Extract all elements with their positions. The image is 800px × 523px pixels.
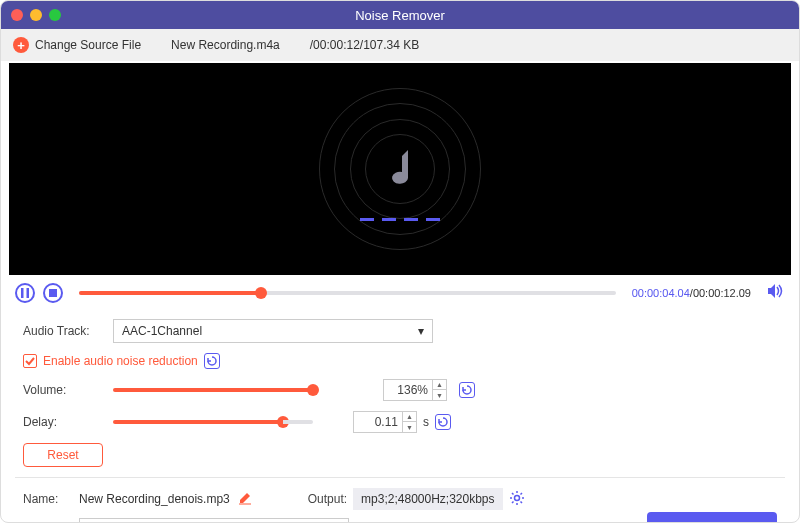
output-name-value: New Recording_denois.mp3 (79, 492, 230, 506)
gear-icon[interactable] (509, 490, 525, 509)
audio-track-value: AAC-1Channel (122, 325, 202, 337)
export-button[interactable]: Export (647, 512, 777, 523)
output-format-value: mp3;2;48000Hz;320kbps (353, 488, 502, 510)
name-label: Name: (23, 492, 79, 506)
plus-icon: + (13, 37, 29, 53)
source-info: /00:00:12/107.34 KB (310, 38, 419, 52)
window-maximize-button[interactable] (49, 9, 61, 21)
svg-point-4 (514, 495, 519, 500)
volume-up-icon[interactable]: ▲ (433, 380, 446, 390)
delay-restore-icon[interactable] (435, 414, 451, 430)
preview-area (9, 63, 791, 275)
source-bar: + Change Source File New Recording.m4a /… (1, 29, 799, 61)
music-note-icon (380, 144, 420, 194)
svg-rect-0 (21, 288, 24, 298)
audio-track-select[interactable]: AAC-1Channel ▾ (113, 319, 433, 343)
enable-noise-checkbox[interactable] (23, 354, 37, 368)
change-source-button[interactable]: + Change Source File (13, 37, 141, 53)
volume-slider[interactable] (113, 388, 313, 392)
enable-noise-label: Enable audio noise reduction (43, 355, 198, 367)
footer-panel: Name: New Recording_denois.mp3 Output: m… (1, 484, 799, 523)
current-time: 00:00:04.04 (632, 287, 690, 299)
delay-value: 0.11 (354, 416, 402, 428)
save-path-select[interactable]: /Users/██████/Movies/Noise Remover ▾ (79, 518, 349, 523)
delay-down-icon[interactable]: ▼ (403, 422, 416, 432)
delay-unit: s (423, 416, 429, 428)
window-title: Noise Remover (355, 8, 445, 23)
change-source-label: Change Source File (35, 38, 141, 52)
options-panel: Audio Track: AAC-1Channel ▾ Enable audio… (1, 311, 799, 467)
total-time: 00:00:12.09 (693, 287, 751, 299)
volume-value: 136% (384, 384, 432, 396)
titlebar: Noise Remover (1, 1, 799, 29)
window-close-button[interactable] (11, 9, 23, 21)
divider (15, 477, 785, 478)
svg-rect-3 (239, 503, 251, 504)
window-minimize-button[interactable] (30, 9, 42, 21)
delay-label: Delay: (23, 416, 113, 428)
seek-slider[interactable] (79, 291, 616, 295)
svg-rect-2 (49, 289, 57, 297)
audio-track-label: Audio Track: (23, 325, 113, 337)
volume-down-icon[interactable]: ▼ (433, 390, 446, 400)
volume-icon[interactable] (767, 283, 785, 303)
audio-visual-disc (320, 89, 480, 249)
source-filename: New Recording.m4a (171, 38, 280, 52)
transport-bar: 00:00:04.04/00:00:12.09 (1, 275, 799, 311)
volume-label: Volume: (23, 384, 113, 396)
delay-slider[interactable] (113, 420, 283, 424)
reset-button[interactable]: Reset (23, 443, 103, 467)
equalizer-icon (360, 218, 440, 221)
volume-stepper[interactable]: 136% ▲▼ (383, 379, 447, 401)
volume-restore-icon[interactable] (459, 382, 475, 398)
time-display: 00:00:04.04/00:00:12.09 (632, 287, 751, 299)
svg-rect-1 (27, 288, 30, 298)
pencil-icon[interactable] (238, 491, 252, 508)
delay-stepper[interactable]: 0.11 ▲▼ (353, 411, 417, 433)
chevron-down-icon: ▾ (418, 325, 424, 337)
restore-icon[interactable] (204, 353, 220, 369)
output-label: Output: (308, 492, 347, 506)
pause-button[interactable] (15, 283, 35, 303)
stop-button[interactable] (43, 283, 63, 303)
delay-up-icon[interactable]: ▲ (403, 412, 416, 422)
